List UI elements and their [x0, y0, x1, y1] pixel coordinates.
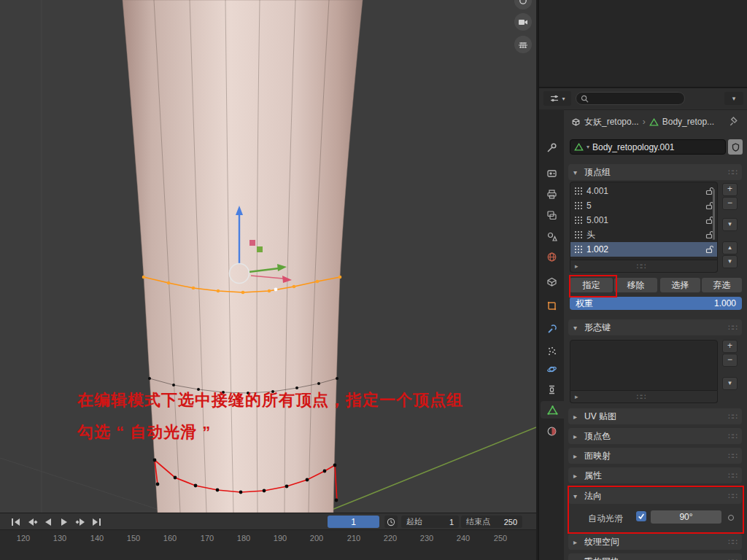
current-frame-field[interactable]: 1: [328, 516, 379, 528]
panel-header-vertex-groups[interactable]: ▾ 顶点组 ∷∷: [568, 164, 742, 180]
tab-modifiers[interactable]: [539, 320, 564, 338]
tab-object[interactable]: [539, 297, 564, 314]
frame-end-label: 结束点: [466, 516, 490, 527]
active-vertex[interactable]: [274, 288, 278, 292]
panel-grip-icon[interactable]: ∷∷: [728, 557, 737, 560]
breadcrumb-data[interactable]: Body_retop...: [662, 117, 714, 127]
remove-button[interactable]: 移除: [614, 278, 657, 292]
weight-slider[interactable]: 权重 1.000: [570, 297, 742, 310]
add-shape-key-button[interactable]: +: [722, 340, 738, 353]
panel-grip-icon[interactable]: ∷∷: [728, 323, 737, 332]
play-reverse-button[interactable]: [41, 516, 55, 528]
frame-start-field[interactable]: 起始 1: [401, 516, 459, 528]
mesh-data-selector-icon[interactable]: [574, 142, 584, 152]
move-group-up-button[interactable]: ▴: [722, 241, 738, 254]
panel-grip-icon[interactable]: ∷∷: [728, 451, 737, 461]
auto-smooth-checkbox[interactable]: [636, 511, 646, 521]
frame-end-field[interactable]: 结束点 250: [461, 516, 522, 528]
vertex-group-item-selected[interactable]: 1.002: [570, 242, 717, 257]
tab-particles[interactable]: [539, 342, 564, 359]
remove-shape-key-button[interactable]: −: [722, 354, 738, 367]
assign-button[interactable]: 指定: [570, 278, 613, 292]
list-scrollbar[interactable]: [713, 189, 715, 240]
vertex-group-item[interactable]: 5.001: [570, 213, 717, 228]
tab-view-layer[interactable]: [539, 206, 564, 224]
prev-keyframe-button[interactable]: [25, 516, 39, 528]
properties-search[interactable]: [576, 92, 685, 105]
animate-decorator-icon[interactable]: [728, 515, 734, 521]
vertex-group-item[interactable]: 4.001: [570, 184, 717, 198]
list-resize-grip[interactable]: ∷∷: [637, 392, 646, 402]
ruler-tick: 250: [487, 534, 514, 542]
timeline-controls: 1 起始 1 结束点 250: [0, 513, 536, 530]
panel-grip-icon[interactable]: ∷∷: [728, 412, 737, 421]
deselect-button[interactable]: 弃选: [702, 278, 742, 292]
tab-render[interactable]: [539, 164, 564, 182]
object-data-name[interactable]: Body_retopology.001: [592, 142, 675, 152]
timeline-ruler[interactable]: 120 130 140 150 160 170 180 190 200 210 …: [0, 529, 536, 560]
tab-scene[interactable]: [539, 228, 564, 245]
outliner-panel[interactable]: [538, 0, 747, 88]
panel-header-normals[interactable]: ▾ 法向 ∷∷: [568, 488, 742, 504]
list-expand-icon[interactable]: ▸: [575, 393, 578, 400]
panel-header-shape-keys[interactable]: ▾ 形态键 ∷∷: [568, 319, 742, 335]
add-vertex-group-button[interactable]: +: [722, 183, 738, 196]
move-group-down-button[interactable]: ▾: [722, 255, 738, 268]
panel-grip-icon[interactable]: ∷∷: [728, 471, 737, 481]
auto-smooth-angle-field[interactable]: 90°: [651, 510, 721, 524]
jump-to-end-button[interactable]: [89, 516, 104, 528]
editor-type-button[interactable]: ▾: [543, 91, 571, 106]
fake-user-shield-button[interactable]: [728, 139, 743, 155]
clock-icon[interactable]: [384, 516, 398, 528]
remove-vertex-group-button[interactable]: −: [722, 197, 738, 210]
tab-object-data[interactable]: [541, 401, 564, 419]
panel-header-uv-maps[interactable]: ▸ UV 贴图 ∷∷: [568, 408, 742, 424]
panel-header-attributes[interactable]: ▸ 属性 ∷∷: [568, 467, 742, 483]
vertex-group-list[interactable]: 4.001 5 5.001 头 1.002: [570, 182, 718, 260]
tab-physics[interactable]: [539, 360, 564, 378]
lock-open-icon[interactable]: [705, 245, 713, 254]
panel-grip-icon[interactable]: ∷∷: [728, 168, 737, 177]
jump-to-start-button[interactable]: [9, 516, 23, 528]
3d-viewport[interactable]: 在编辑模式下选中接缝的所有顶点，指定一个顶点组 勾选 “ 自动光滑 ”: [0, 0, 536, 513]
panel-header-texture-space[interactable]: ▸ 纹理空间 ∷∷: [568, 534, 742, 550]
panel-header-face-maps[interactable]: ▸ 面映射 ∷∷: [568, 448, 742, 464]
vertex-group-item[interactable]: 5: [570, 198, 717, 213]
panel-header-remesh[interactable]: ▸ 重构网格 ∷∷: [568, 553, 742, 560]
select-button[interactable]: 选择: [660, 278, 700, 292]
shape-key-list[interactable]: [570, 340, 718, 391]
grid-ortho-icon[interactable]: [514, 36, 532, 53]
breadcrumb-object[interactable]: 女妖_retopo...: [584, 116, 639, 128]
camera-view-icon[interactable]: [514, 13, 532, 31]
tab-output[interactable]: [539, 185, 564, 203]
ruler-tick: 140: [84, 534, 110, 542]
next-keyframe-button[interactable]: [73, 516, 88, 528]
tab-tool[interactable]: [539, 139, 564, 156]
frame-start-value: 1: [449, 518, 454, 526]
list-expand-icon[interactable]: ▸: [575, 262, 578, 270]
panel-title: UV 贴图: [584, 411, 616, 423]
play-button[interactable]: [57, 516, 71, 528]
panel-header-vertex-colors[interactable]: ▸ 顶点色 ∷∷: [568, 428, 742, 444]
mesh-object-icon: [571, 117, 581, 127]
properties-editor: ▾ ▾: [538, 88, 747, 560]
tab-world[interactable]: [539, 248, 564, 265]
panel-grip-icon[interactable]: ∷∷: [728, 537, 737, 547]
properties-editor-icon: [549, 93, 560, 104]
tab-collection[interactable]: [539, 273, 564, 290]
panel-grip-icon[interactable]: ∷∷: [728, 491, 737, 501]
vertex-group-item[interactable]: 头: [570, 228, 717, 242]
panel-expand-icon: ▸: [573, 538, 580, 546]
list-resize-grip[interactable]: ∷∷: [637, 262, 646, 271]
panel-grip-icon[interactable]: ∷∷: [728, 432, 737, 441]
timeline-editor[interactable]: 1 起始 1 结束点 250 120 130 140 150 160 170 1…: [0, 513, 536, 560]
header-options-button[interactable]: ▾: [724, 92, 743, 105]
search-input[interactable]: [592, 93, 675, 104]
vertex-group-specials-menu[interactable]: ▾: [722, 218, 738, 231]
pin-icon[interactable]: [729, 117, 739, 126]
shape-key-specials-menu[interactable]: ▾: [722, 377, 738, 390]
tab-constraints[interactable]: [539, 381, 564, 398]
tab-material[interactable]: [539, 422, 564, 440]
object-data-name-field[interactable]: ▾ Body_retopology.001: [570, 139, 726, 155]
panel-expand-icon: ▸: [573, 432, 580, 440]
